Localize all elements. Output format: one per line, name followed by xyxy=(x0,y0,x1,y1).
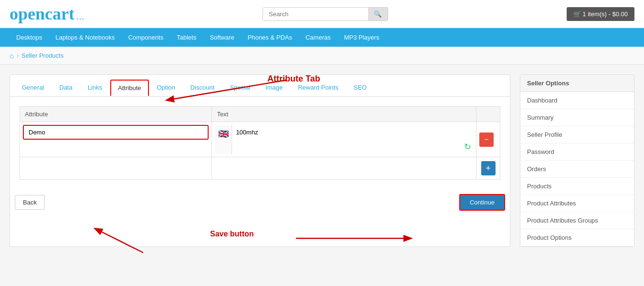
tab-image[interactable]: Image xyxy=(258,80,290,96)
search-icon: 🔍 xyxy=(374,10,382,18)
main-nav: Desktops Laptops & Notebooks Components … xyxy=(0,28,644,47)
nav-desktops[interactable]: Desktops xyxy=(10,28,49,47)
sidebar: Seller Options Dashboard Summary Seller … xyxy=(520,74,634,247)
sidebar-title: Seller Options xyxy=(520,75,634,92)
tab-option[interactable]: Option xyxy=(150,80,182,96)
col-header-text: Text xyxy=(212,107,476,122)
add-attribute-button[interactable]: + xyxy=(481,161,496,175)
attribute-input[interactable] xyxy=(23,125,209,140)
remove-cell: − xyxy=(476,122,500,157)
sidebar-item-password[interactable]: Password xyxy=(520,143,634,161)
attribute-table: Attribute Text xyxy=(20,106,500,180)
table-row: 🇬🇧 ↻ xyxy=(20,122,500,157)
nav-tablets[interactable]: Tablets xyxy=(170,28,203,47)
sidebar-item-product-options[interactable]: Product Options xyxy=(520,229,634,246)
sidebar-item-orders[interactable]: Orders xyxy=(520,161,634,178)
nav-software[interactable]: Software xyxy=(203,28,241,47)
breadcrumb: ⌂ › Seller Products xyxy=(0,47,644,65)
tab-special[interactable]: Special xyxy=(222,80,257,96)
sidebar-item-seller-profile[interactable]: Seller Profile xyxy=(520,126,634,143)
col-header-actions xyxy=(476,107,500,122)
text-cell: 🇬🇧 ↻ xyxy=(212,122,476,157)
col-header-attribute: Attribute xyxy=(20,107,212,122)
nav-phones[interactable]: Phones & PDAs xyxy=(241,28,299,47)
empty-text-cell xyxy=(212,157,476,180)
cart-button[interactable]: 🛒 1 item(s) - $0.00 xyxy=(567,7,634,21)
tab-seo[interactable]: SEO xyxy=(347,80,374,96)
search-form: 🔍 xyxy=(263,7,388,21)
textarea-bottom: ↻ xyxy=(232,140,473,154)
tab-links[interactable]: Links xyxy=(81,80,109,96)
sidebar-item-dashboard[interactable]: Dashboard xyxy=(520,92,634,109)
lang-icon: 🇬🇧 xyxy=(215,125,232,154)
add-row: + xyxy=(20,157,500,180)
tab-data[interactable]: Data xyxy=(52,80,79,96)
nav-components[interactable]: Components xyxy=(122,28,170,47)
search-input[interactable] xyxy=(263,8,368,20)
home-icon[interactable]: ⌂ xyxy=(10,51,14,60)
nav-laptops[interactable]: Laptops & Notebooks xyxy=(49,28,121,47)
sidebar-item-products[interactable]: Products xyxy=(520,178,634,195)
sidebar-item-product-attributes[interactable]: Product Attributes xyxy=(520,195,634,212)
search-button[interactable]: 🔍 xyxy=(368,8,388,20)
text-input-wrap: ↻ xyxy=(232,125,473,154)
nav-cameras[interactable]: Cameras xyxy=(299,28,338,47)
nav-mp3[interactable]: MP3 Players xyxy=(338,28,386,47)
breadcrumb-seller-products[interactable]: Seller Products xyxy=(21,52,63,59)
text-input[interactable] xyxy=(232,125,473,140)
tab-general[interactable]: General xyxy=(15,80,51,96)
form-footer: Back Continue xyxy=(10,189,510,218)
tab-attribute[interactable]: Attribute xyxy=(110,80,148,96)
empty-attr-cell xyxy=(20,157,212,180)
attribute-cell xyxy=(20,122,212,157)
remove-button[interactable]: − xyxy=(479,133,494,147)
tab-discount[interactable]: Discount xyxy=(183,80,222,96)
sidebar-item-product-attributes-groups[interactable]: Product Attributes Groups xyxy=(520,212,634,229)
refresh-button[interactable]: ↻ xyxy=(464,142,471,152)
tab-reward-points[interactable]: Reward Points xyxy=(291,80,346,96)
cart-icon: 🛒 xyxy=(573,10,581,18)
continue-button[interactable]: Continue xyxy=(459,194,505,211)
sidebar-panel: Seller Options Dashboard Summary Seller … xyxy=(520,74,634,247)
cart-label: 1 item(s) - $0.00 xyxy=(582,10,628,18)
back-button[interactable]: Back xyxy=(15,195,45,210)
breadcrumb-sep: › xyxy=(17,52,19,59)
add-cell: + xyxy=(476,157,500,180)
logo: opencart ... xyxy=(10,4,84,24)
text-cell-wrap: 🇬🇧 ↻ xyxy=(215,125,473,154)
tab-bar: General Data Links Attribute Option Disc… xyxy=(10,75,510,97)
main-layout: General Data Links Attribute Option Disc… xyxy=(0,65,644,256)
content-area: General Data Links Attribute Option Disc… xyxy=(10,74,510,247)
sidebar-item-summary[interactable]: Summary xyxy=(520,109,634,126)
